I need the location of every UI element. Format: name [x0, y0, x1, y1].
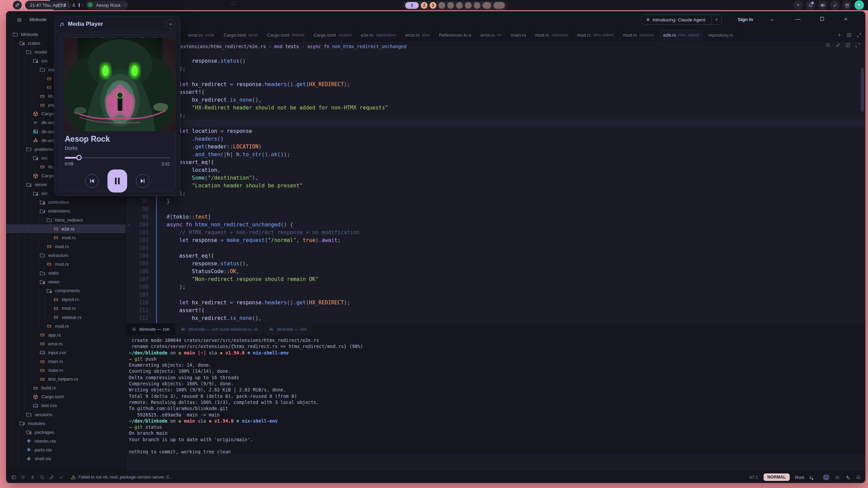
chevron-down-icon[interactable] — [793, 0, 803, 10]
tree-item-mod.rs[interactable]: mod.rs — [6, 322, 125, 330]
menu-hamburger-icon[interactable] — [17, 17, 22, 23]
workspace-dot-4[interactable] — [438, 2, 445, 9]
workspace-dot-8[interactable] — [474, 2, 480, 9]
cursor-pointer[interactable] — [854, 0, 864, 10]
code-editor[interactable]: 79 response.status()80 );8182 let hx_red… — [126, 52, 865, 323]
workspace-dot-9[interactable] — [482, 2, 491, 9]
editor-scrollbar[interactable] — [861, 54, 864, 319]
window-maximize-button[interactable] — [820, 17, 824, 21]
tab-mod.rs[interactable]: mod.rsextensions — [531, 29, 572, 41]
progress-knob[interactable] — [76, 155, 82, 160]
workspace-dot-6[interactable] — [456, 2, 463, 9]
tray-app-icon[interactable] — [232, 1, 236, 5]
workspace-dot-7[interactable] — [465, 2, 472, 9]
tree-item-views[interactable]: views — [6, 278, 125, 286]
tab-mod.rs[interactable]: mod.rshtmx_redirect — [573, 29, 619, 41]
tab-Cargo.toml[interactable]: Cargo.tomlsessions — [309, 29, 356, 41]
sign-in-button[interactable]: Sign In — [738, 17, 753, 22]
tab-repository.rs[interactable]: repository.rs — [704, 29, 738, 41]
tree-item-e2e.rs[interactable]: e2e.rs — [6, 224, 125, 233]
tab-References-to-e[interactable]: References to e — [435, 29, 476, 41]
tree-item-static[interactable]: static — [6, 269, 125, 278]
tree-item-controllers[interactable]: controllers — [6, 198, 125, 207]
tree-item-mod.rs[interactable]: mod.rs — [6, 242, 125, 251]
media-player-close-button[interactable]: × — [166, 19, 175, 29]
chevron-down-icon[interactable] — [770, 18, 774, 22]
terminal[interactable]: create mode 100644 crates/server/src/ext… — [126, 335, 865, 454]
tab-e2e.rs[interactable]: e2e.rsorganizations — [356, 29, 401, 41]
tree-item-extractors[interactable]: extractors — [6, 251, 125, 260]
language-label[interactable]: Rust — [795, 475, 804, 480]
search-icon[interactable] — [826, 43, 831, 48]
new-tab-plus-icon[interactable] — [837, 33, 842, 38]
workspace-1[interactable]: 1 — [405, 2, 419, 9]
tree-item-shell.nix[interactable]: shell.nix — [6, 454, 125, 463]
window-minimize-button[interactable]: — — [795, 16, 801, 22]
split-pane-icon[interactable] — [847, 33, 852, 38]
scrollbar-thumb[interactable] — [861, 68, 864, 112]
list-icon[interactable] — [21, 475, 26, 480]
tree-item-mod.rs[interactable]: mod.rs — [6, 233, 125, 242]
window-close-button[interactable]: × — [844, 16, 847, 22]
terminal-tab[interactable]: blinkode — zsh build-tailwindcss -w — [175, 324, 263, 335]
language-server-icon[interactable]: z — [810, 475, 812, 480]
next-track-button[interactable] — [136, 174, 150, 188]
sparkles-icon[interactable] — [845, 475, 850, 480]
owl-icon[interactable] — [842, 0, 852, 10]
tab-Cargo.toml[interactable]: Cargo.tomlblinkode — [262, 29, 309, 41]
tab-error.rs[interactable]: error.rscreate — [184, 29, 219, 41]
tab-e2e.rs[interactable]: e2e.rshtmx_redirect — [659, 29, 704, 41]
tree-item-parts.nix[interactable]: parts.nix — [6, 445, 125, 454]
player-progress-bar[interactable] — [65, 155, 170, 160]
debug-icon[interactable] — [835, 475, 840, 480]
tree-item-input.css[interactable]: cssinput.css — [6, 348, 125, 357]
tab-Cargo.toml[interactable]: Cargo.tomlserver — [219, 29, 263, 41]
tree-item-htmx_redirect[interactable]: htmx_redirect — [6, 216, 125, 224]
privacy-slash-icon[interactable] — [830, 0, 840, 10]
tree-item-extensions[interactable]: extensions — [6, 207, 125, 216]
workspace-dot-5[interactable] — [447, 2, 454, 9]
bell-icon[interactable] — [856, 475, 861, 480]
launcher-button[interactable] — [13, 1, 22, 9]
tree-item-packages[interactable]: packages — [6, 428, 125, 436]
volume-icon[interactable] — [818, 0, 827, 10]
tab-main.rs[interactable]: main.rs — [507, 29, 531, 41]
tree-item-checks.nix[interactable]: checks.nix — [6, 436, 125, 445]
tree-item-sessions[interactable]: sessions — [6, 410, 125, 419]
tab-mod.rs[interactable]: mod.rsextractors — [618, 29, 659, 41]
promo-banner[interactable]: ✳ Introducing: Claude Agent × — [642, 15, 722, 25]
check-icon[interactable] — [59, 475, 64, 480]
collab-icon[interactable] — [30, 475, 35, 480]
inline-assist-icon[interactable] — [835, 43, 841, 48]
workspace-dot-10[interactable] — [493, 2, 505, 9]
tree-item-app.rs[interactable]: app.rs — [6, 330, 125, 339]
tree-item-test.css[interactable]: csstest.css — [6, 401, 125, 410]
pause-button[interactable] — [107, 169, 127, 192]
notifications-bell-icon[interactable] — [806, 0, 815, 10]
promo-close-icon[interactable]: × — [711, 15, 722, 24]
terminal-tab[interactable]: blinkode — zsh — [126, 324, 175, 335]
terminal-icon[interactable] — [823, 474, 829, 481]
project-name[interactable]: blinkode — [29, 17, 46, 22]
tree-item-components[interactable]: components — [6, 286, 125, 295]
workspace-2[interactable]: 2 — [421, 2, 428, 9]
media-player-header[interactable]: Media Player × — [55, 16, 180, 32]
search-icon[interactable] — [40, 475, 45, 480]
panel-toggle-icon[interactable] — [11, 475, 16, 480]
tree-item-main.rs[interactable]: main.rs — [6, 357, 125, 366]
tree-item-build.rs[interactable]: build.rs — [6, 384, 125, 392]
tree-item-state.rs[interactable]: state.rs — [6, 366, 125, 375]
expand-icon[interactable] — [855, 43, 860, 48]
tree-item-test_helpers.rs[interactable]: test_helpers.rs — [6, 375, 125, 384]
tree-item-mod.rs[interactable]: mod.rs — [6, 304, 125, 313]
cursor-position[interactable]: 87:1 — [750, 475, 758, 480]
run-test-button[interactable]: ▷ — [128, 221, 131, 229]
edit-icon[interactable] — [49, 475, 54, 480]
tree-item-Cargo.toml[interactable]: Cargo.toml — [6, 392, 125, 401]
tree-item-modules[interactable]: modules — [6, 419, 125, 428]
terminal-tab[interactable]: blinkode — zsh — [263, 324, 313, 335]
tab-error.rs[interactable]: error.rssrc — [476, 29, 507, 41]
breadcrumb[interactable]: crates/server/src/extensions/htmx_redire… — [126, 41, 865, 52]
tree-item-mod.rs[interactable]: mod.rs — [6, 260, 125, 268]
tree-item-sidebar.rs[interactable]: sidebar.rs — [6, 313, 125, 322]
